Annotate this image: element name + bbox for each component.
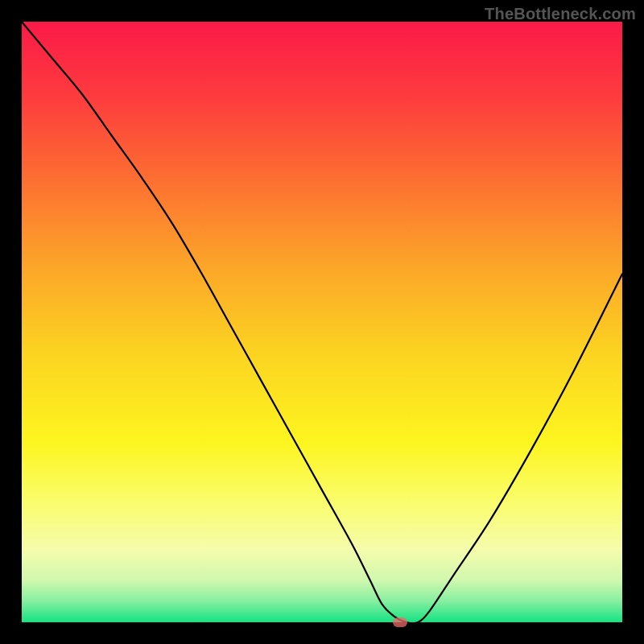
watermark-text: TheBottleneck.com <box>485 5 636 23</box>
plot-svg <box>22 22 622 622</box>
chart-frame: TheBottleneck.com <box>0 0 644 644</box>
plot-area <box>22 22 622 622</box>
optimal-marker <box>393 617 407 627</box>
gradient-background <box>22 22 622 622</box>
